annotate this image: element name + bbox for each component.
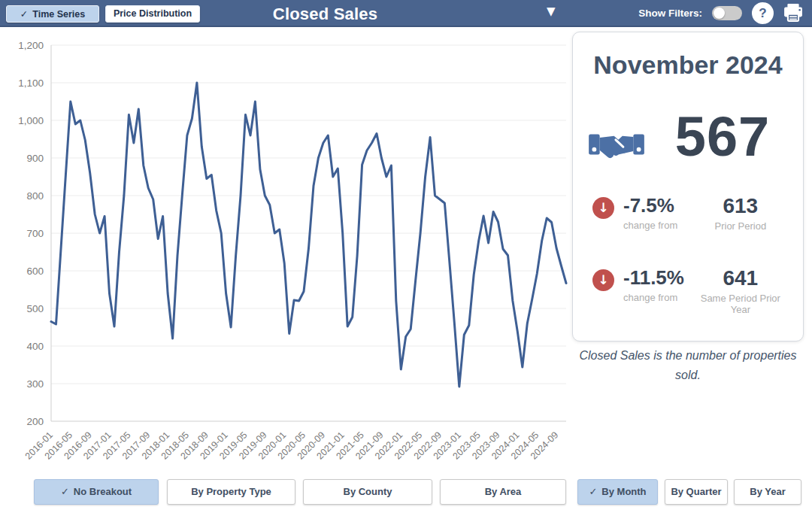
button-label: By Year: [750, 486, 785, 497]
ref-caption: Same Period Prior Year: [693, 293, 788, 315]
svg-text:500: 500: [26, 303, 44, 314]
closed-sales-dashboard: ✓Time Series Price Distribution Closed S…: [0, 0, 812, 513]
button-label: By County: [344, 486, 392, 497]
ref-block: 641 Same Period Prior Year: [693, 267, 788, 315]
button-label: By Quarter: [671, 486, 721, 497]
ref-value: 613: [693, 195, 788, 218]
line-chart-svg: 2003004005006007008009001,0001,1001,2002…: [0, 31, 571, 476]
help-button[interactable]: ?: [752, 2, 774, 24]
down-arrow-icon: ↓: [592, 269, 614, 291]
stat-prior-period: ↓ -7.5% change from 613 Prior Period: [592, 195, 788, 232]
period-button-by-quarter[interactable]: By Quarter: [665, 479, 728, 505]
tab-time-series[interactable]: ✓Time Series: [6, 5, 99, 23]
page-title: Closed Sales: [256, 5, 395, 24]
period-button-by-year[interactable]: By Year: [734, 479, 801, 505]
pct-block: -7.5% change from: [623, 195, 693, 231]
period-title: November 2024: [573, 50, 803, 80]
print-button[interactable]: [783, 3, 804, 23]
svg-text:900: 900: [26, 153, 44, 164]
button-label: By Month: [601, 486, 646, 497]
toggle-knob: [714, 8, 725, 19]
button-label: By Property Type: [191, 486, 271, 497]
pct-change: -11.5%: [623, 267, 693, 290]
question-mark-icon: ?: [759, 6, 766, 20]
pct-caption: change from: [623, 292, 693, 303]
check-icon: ✓: [20, 8, 28, 20]
pct-change: -7.5%: [623, 195, 693, 217]
caret-down-icon[interactable]: ▼: [547, 5, 556, 18]
pct-caption: change from: [623, 220, 693, 231]
handshake-icon: [588, 124, 645, 168]
down-arrow-icon: ↓: [592, 197, 614, 219]
svg-text:1,000: 1,000: [18, 115, 44, 126]
svg-text:700: 700: [26, 228, 44, 239]
summary-card: November 2024 567 ↓ -7.5% change from: [572, 32, 804, 341]
svg-text:400: 400: [26, 341, 44, 352]
svg-text:1,100: 1,100: [18, 77, 44, 89]
ref-block: 613 Prior Period: [693, 195, 788, 232]
tab-price-distribution[interactable]: Price Distribution: [105, 5, 200, 23]
svg-text:1,200: 1,200: [18, 40, 44, 51]
show-filters-label: Show Filters:: [638, 8, 702, 19]
show-filters-toggle[interactable]: [712, 6, 742, 20]
tab-time-series-label: Time Series: [32, 9, 85, 20]
tab-price-distribution-label: Price Distribution: [114, 8, 192, 19]
header-controls: Show Filters: ?: [638, 0, 804, 26]
header-bar: ✓Time Series Price Distribution Closed S…: [0, 0, 812, 27]
period-button-by-month[interactable]: ✓By Month: [577, 479, 658, 505]
stat-prior-year: ↓ -11.5% change from 641 Same Period Pri…: [592, 267, 788, 315]
svg-text:300: 300: [26, 378, 44, 390]
metric-value: 567: [651, 105, 794, 168]
button-label: No Breakout: [74, 486, 132, 497]
printer-icon: [783, 4, 803, 22]
check-icon: ✓: [589, 486, 597, 497]
button-label: By Area: [485, 486, 522, 497]
breakout-button-by-property-type[interactable]: By Property Type: [167, 479, 295, 505]
pct-block: -11.5% change from: [623, 267, 693, 303]
closed-sales-line-chart: 2003004005006007008009001,0001,1001,2002…: [0, 31, 571, 476]
breakout-button-by-area[interactable]: By Area: [440, 479, 566, 505]
ref-caption: Prior Period: [693, 220, 788, 232]
svg-text:600: 600: [26, 266, 44, 277]
metric-description: Closed Sales is the number of properties…: [576, 346, 800, 384]
breakout-button-no-breakout[interactable]: ✓No Breakout: [34, 479, 159, 505]
check-icon: ✓: [61, 486, 69, 497]
svg-text:200: 200: [26, 416, 44, 427]
ref-value: 641: [693, 267, 788, 290]
breakout-button-by-county[interactable]: By County: [303, 479, 432, 505]
svg-text:800: 800: [26, 190, 44, 202]
